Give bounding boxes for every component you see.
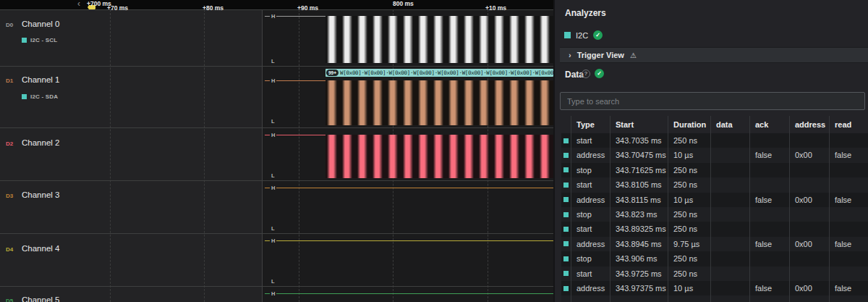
table-row[interactable]: start343.7035 ms250 ns (561, 133, 868, 148)
ruler-tick-label: +90 ms (297, 4, 318, 12)
channel-name[interactable]: Channel 2 (22, 138, 59, 147)
col-data: data (711, 116, 750, 133)
timeline-ruler[interactable]: ‹ +700 ms800 ms +70 ms+80 ms+90 ms+10 ms (0, 0, 553, 9)
channel-row-4[interactable]: D4 Channel 4 H L (0, 233, 553, 286)
channel-name[interactable]: Channel 3 (22, 190, 59, 199)
table-row[interactable]: stop343.906 ms250 ns (561, 251, 868, 266)
cell-duration: 10 µs (668, 193, 711, 207)
cell-ack (750, 267, 790, 281)
cell-duration: 250 ns (668, 133, 711, 148)
channel-row-5[interactable]: D5 Channel 5 H (0, 286, 553, 302)
cell-type: start (571, 133, 610, 148)
cell-read: false (830, 281, 868, 295)
cell-start: 343.71625 ms (610, 163, 668, 177)
channel-name[interactable]: Channel 0 (22, 20, 59, 28)
channel-name[interactable]: Channel 5 (22, 295, 59, 302)
data-ok-icon: ✓ (595, 69, 604, 78)
channel-name[interactable]: Channel 1 (22, 75, 59, 84)
cell-type: stop (571, 163, 610, 177)
channel-row-2[interactable]: D2 Channel 2 H L (0, 127, 553, 180)
table-row[interactable]: stop343.71625 ms250 ns (561, 163, 868, 177)
table-row[interactable]: address343.70475 ms10 µsfalse0x00false (561, 148, 868, 162)
table-row[interactable]: address343.97375 ms10 µsfalse0x00false (561, 281, 868, 295)
signal-high-line (265, 240, 553, 241)
i2c-annotation-bar[interactable]: 99+ W[0x00]·W[0x00]·W[0x00]·W[0x00]·W[0x… (326, 69, 553, 77)
analyzer-color-chip (22, 94, 27, 99)
help-icon[interactable]: ? (582, 70, 590, 78)
table-row[interactable]: address343.8945 ms9.75 µsfalse0x00false (561, 237, 868, 251)
cell-duration: 250 ns (668, 267, 711, 281)
cell-duration: 250 ns (668, 251, 711, 266)
table-row[interactable]: start343.89325 ms250 ns (561, 222, 868, 236)
cell-address: 0x00 (790, 281, 830, 295)
row-color-chip (563, 227, 569, 232)
signal-high-line (265, 293, 553, 294)
col-ack: ack (750, 116, 790, 133)
cell-read (830, 222, 868, 236)
row-icon-cell (561, 177, 571, 192)
row-color-chip (563, 256, 569, 261)
cell-read (830, 251, 868, 266)
cell-address (790, 222, 830, 236)
cell-start: 343.823 ms (610, 207, 668, 222)
cell-duration: 10 µs (668, 148, 711, 162)
cell-address (790, 267, 830, 281)
low-level-marker: L (270, 278, 276, 285)
table-body: start343.7035 ms250 nsaddress343.70475 m… (561, 133, 868, 302)
signal-transitions (326, 16, 553, 63)
col-start: Start (610, 116, 668, 133)
analyzer-tag[interactable]: I2C - SDA (22, 93, 58, 100)
trigger-view-expander[interactable]: › Trigger View ⚠ (560, 47, 868, 63)
cell-type: start (571, 222, 610, 236)
channel-name[interactable]: Channel 4 (22, 244, 59, 253)
channel-row-1[interactable]: D1 Channel 1 I2C - SDA 99+ W[0x00]·W[0x0… (0, 66, 553, 127)
signal-transitions (326, 135, 553, 178)
row-icon-cell (561, 295, 571, 302)
table-row[interactable] (561, 295, 868, 302)
waveform-section[interactable]: ‹ +700 ms800 ms +70 ms+80 ms+90 ms+10 ms… (0, 0, 553, 302)
table-row[interactable]: start343.9725 ms250 ns (561, 267, 868, 281)
cell-read (830, 267, 868, 281)
collapse-panel-icon[interactable]: ‹ (77, 0, 80, 9)
cell-ack: false (750, 148, 790, 162)
channel-id: D1 (6, 77, 13, 84)
cell-start: 343.70475 ms (610, 148, 668, 162)
cell-start: 343.8115 ms (610, 193, 668, 207)
signal-high-line (265, 188, 553, 188)
channel-id: D4 (6, 246, 13, 253)
cell-address (790, 163, 830, 177)
cell-address (790, 133, 830, 148)
table-row[interactable]: start343.8105 ms250 ns (561, 177, 868, 192)
cell-address: 0x00 (790, 193, 830, 207)
cell-ack (750, 177, 790, 192)
cell-read: false (830, 193, 868, 207)
cell-data (711, 281, 750, 295)
cell-ack (750, 133, 790, 148)
cell-read: false (830, 148, 868, 162)
table-row[interactable]: address343.8115 ms10 µsfalse0x00false (561, 193, 868, 207)
cell-address (790, 207, 830, 222)
analyzer-color-chip (22, 38, 27, 43)
analyzer-tag-label: I2C - SDA (30, 93, 58, 100)
cell-address: 0x00 (790, 148, 830, 162)
analyzer-tag[interactable]: I2C - SCL (22, 37, 57, 43)
cell-start: 343.8945 ms (610, 237, 668, 251)
cell-ack (750, 222, 790, 236)
channel-row-3[interactable]: D3 Channel 3 H L (0, 180, 553, 233)
analyzers-title: Analyzers (565, 8, 606, 18)
analyzer-item-i2c[interactable]: I2C ✓ (564, 30, 603, 40)
channel-id: D3 (6, 193, 13, 199)
row-icon-cell (561, 148, 571, 162)
cell-start: 343.906 ms (610, 251, 668, 266)
row-color-chip (563, 153, 569, 158)
cell-type: address (571, 281, 610, 295)
channel-row-0[interactable]: D0 Channel 0 I2C - SCL H L (0, 9, 553, 66)
cell-data (711, 177, 750, 192)
table-row[interactable]: stop343.823 ms250 ns (561, 207, 868, 222)
cell-start: 343.7035 ms (610, 133, 668, 148)
row-color-chip (563, 138, 569, 143)
table-header: Type Start Duration data ack address rea… (561, 116, 868, 133)
channel-id: D0 (6, 22, 13, 28)
logic-analyzer-app: ‹ +700 ms800 ms +70 ms+80 ms+90 ms+10 ms… (0, 0, 868, 302)
search-input[interactable] (560, 92, 865, 110)
